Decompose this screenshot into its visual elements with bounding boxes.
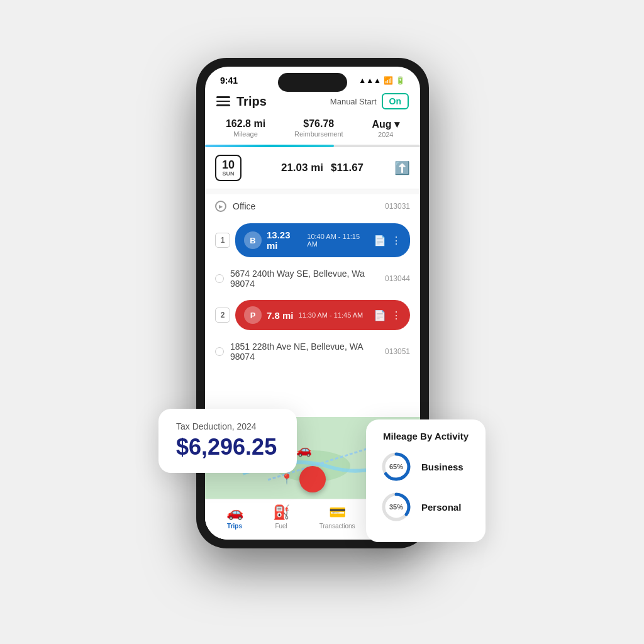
trip-badge-2: P — [244, 306, 262, 324]
manual-start-label: Manual Start — [330, 97, 377, 106]
stats-row: 162.8 mi Mileage $76.78 Reimbursement Au… — [205, 116, 420, 145]
trip-doc-icon-2[interactable]: 📄 — [374, 309, 386, 321]
header-right: Manual Start On — [330, 93, 409, 109]
menu-line-1 — [216, 96, 230, 98]
trip-time-1: 10:40 AM - 11:15 AM — [307, 233, 369, 248]
pin-emoji: 📍 — [280, 473, 293, 485]
donut-business: 65% — [380, 450, 413, 483]
transactions-nav-label: Transactions — [319, 523, 355, 530]
trip-section: ▶ Office 013031 1 B 13.23 mi 10:40 AM - … — [205, 194, 420, 417]
menu-icon[interactable] — [216, 96, 230, 106]
trip-card-2[interactable]: P 7.8 mi 11:30 AM - 11:45 AM 📄 ⋮ — [235, 300, 410, 330]
trips-nav-icon: 🚗 — [226, 504, 243, 521]
reimbursement-value: $76.78 — [294, 118, 343, 130]
waypoint-dot-2 — [215, 274, 224, 283]
donut-label-personal: 35% — [389, 503, 403, 511]
trip-more-icon-1[interactable]: ⋮ — [391, 235, 401, 247]
location-code-2: 013044 — [385, 274, 410, 283]
donut-label-business: 65% — [389, 463, 403, 470]
day-miles: 21.03 mi — [281, 162, 323, 174]
activity-name-personal: Personal — [421, 502, 461, 513]
location-name-office: Office — [233, 201, 379, 211]
stop-button[interactable] — [299, 466, 326, 492]
trip-actions-1: 📄 ⋮ — [374, 235, 401, 247]
location-name-3: 1851 228th Ave NE, Bellevue, WA 98074 — [230, 341, 379, 362]
waypoint-dot-3 — [215, 347, 224, 356]
year-label: 2024 — [372, 131, 399, 138]
scene: 9:41 ▲▲▲ 📶 🔋 Trips M — [158, 39, 486, 605]
trip-actions-2: 📄 ⋮ — [374, 309, 401, 321]
trip-time-2: 11:30 AM - 11:45 AM — [299, 311, 364, 319]
day-cost: $11.67 — [331, 162, 364, 174]
trips-nav-label: Trips — [227, 523, 242, 530]
wifi-icon: 📶 — [384, 76, 393, 85]
fuel-nav-icon: ⛽ — [273, 504, 290, 521]
share-icon[interactable]: ⬆️ — [394, 160, 410, 175]
activity-name-business: Business — [421, 462, 464, 472]
header-title: Trips — [236, 94, 267, 109]
menu-line-2 — [216, 101, 230, 103]
trip-more-icon-2[interactable]: ⋮ — [391, 309, 401, 321]
stat-reimbursement: $76.78 Reimbursement — [294, 118, 343, 138]
trip-row-1: 1 B 13.23 mi 10:40 AM - 11:15 AM 📄 ⋮ — [205, 218, 420, 262]
trip-info-2: 7.8 mi 11:30 AM - 11:45 AM — [267, 310, 369, 321]
manual-start-toggle[interactable]: On — [382, 93, 409, 109]
stat-mileage: 162.8 mi Mileage — [226, 118, 265, 138]
fuel-nav-label: Fuel — [275, 523, 287, 530]
location-name-2: 5674 240th Way SE, Bellevue, Wa 98074 — [230, 269, 379, 289]
mileage-label: Mileage — [226, 130, 265, 138]
stat-month[interactable]: Aug ▾ 2024 — [372, 118, 399, 138]
donut-personal: 35% — [380, 491, 413, 523]
location-row-office: ▶ Office 013031 — [205, 194, 420, 218]
nav-fuel[interactable]: ⛽ Fuel — [273, 504, 290, 530]
play-dot-icon: ▶ — [215, 201, 226, 212]
day-badge: 10 SUN — [215, 155, 242, 181]
stop-icon — [308, 475, 317, 484]
mileage-card-title: Mileage By Activity — [380, 431, 472, 441]
day-stats: 21.03 mi $11.67 — [250, 162, 394, 174]
status-icons: ▲▲▲ 📶 🔋 — [358, 76, 405, 85]
month-value: Aug ▾ — [372, 118, 399, 130]
location-row-2: 5674 240th Way SE, Bellevue, Wa 98074 01… — [205, 262, 420, 295]
nav-trips[interactable]: 🚗 Trips — [226, 504, 243, 530]
reimbursement-label: Reimbursement — [294, 130, 343, 138]
transactions-nav-icon: 💳 — [329, 504, 346, 521]
app-header: Trips Manual Start On — [205, 89, 420, 116]
status-time: 9:41 — [220, 75, 238, 86]
trip-doc-icon-1[interactable]: 📄 — [374, 235, 386, 247]
day-name: SUN — [222, 170, 234, 177]
nav-transactions[interactable]: 💳 Transactions — [319, 504, 355, 530]
day-header: 10 SUN 21.03 mi $11.67 ⬆️ — [205, 147, 420, 189]
dynamic-island — [278, 73, 347, 92]
mileage-item-business: 65% Business — [380, 450, 472, 483]
car-emoji: 🚗 — [296, 442, 312, 457]
trip-badge-1: B — [244, 231, 262, 249]
menu-line-3 — [216, 104, 230, 106]
tax-amount: $6,296.25 — [176, 434, 279, 460]
signal-icon: ▲▲▲ — [358, 76, 381, 85]
location-code-office: 013031 — [385, 202, 410, 211]
tax-deduction-card: Tax Deduction, 2024 $6,296.25 — [158, 409, 297, 473]
battery-icon: 🔋 — [396, 76, 405, 85]
trip-miles-1: 13.23 mi — [267, 230, 302, 251]
mileage-value: 162.8 mi — [226, 118, 265, 130]
trip-info-1: 13.23 mi 10:40 AM - 11:15 AM — [267, 230, 369, 251]
header-left: Trips — [216, 94, 267, 109]
location-code-3: 013051 — [385, 347, 410, 356]
trip-number-2: 2 — [215, 308, 230, 323]
trip-row-2: 2 P 7.8 mi 11:30 AM - 11:45 AM 📄 ⋮ — [205, 295, 420, 335]
location-row-3: 1851 228th Ave NE, Bellevue, WA 98074 01… — [205, 335, 420, 368]
trip-number-1: 1 — [215, 233, 230, 248]
tax-label: Tax Deduction, 2024 — [176, 421, 279, 431]
progress-bar-fill — [205, 145, 334, 147]
trip-card-1[interactable]: B 13.23 mi 10:40 AM - 11:15 AM 📄 ⋮ — [235, 223, 410, 257]
progress-bar-container — [205, 145, 420, 147]
trip-miles-2: 7.8 mi — [267, 310, 294, 321]
mileage-card: Mileage By Activity 65% Business 35% — [366, 419, 486, 542]
mileage-item-personal: 35% Personal — [380, 491, 472, 523]
day-number: 10 — [222, 159, 235, 170]
